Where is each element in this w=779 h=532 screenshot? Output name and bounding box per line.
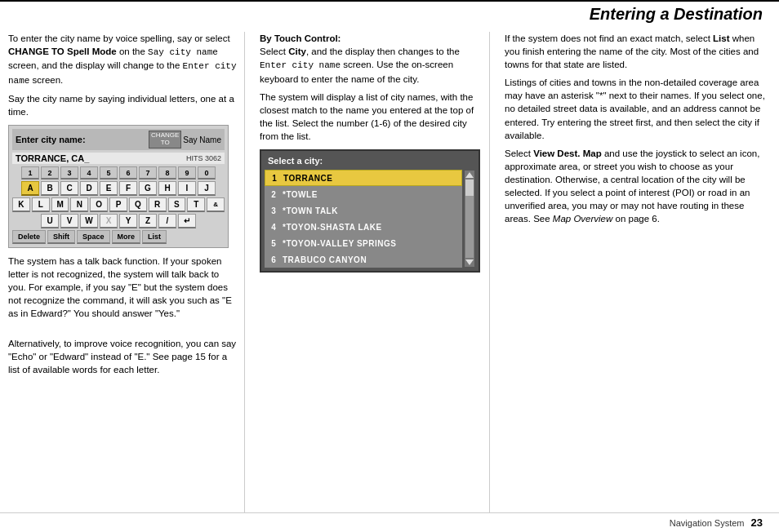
voice-paragraph: Alternatively, to improve voice recognit…: [8, 337, 238, 376]
key-c[interactable]: C: [60, 181, 78, 196]
scroll-up-arrow[interactable]: [465, 172, 474, 178]
page-container: Entering a Destination To enter the city…: [0, 0, 779, 532]
city-item-1[interactable]: 1 TORRANCE: [265, 170, 462, 186]
key-3[interactable]: 3: [60, 166, 78, 180]
key-4[interactable]: 4: [80, 166, 98, 180]
city-item-3[interactable]: 3 *TOWN TALK: [265, 202, 462, 219]
number-row: 1 2 3 4 5 6 7 8 9 0: [12, 166, 225, 180]
keyboard-hits: HITS 3062: [186, 154, 221, 162]
key-u[interactable]: U: [41, 214, 59, 228]
key-b[interactable]: B: [41, 181, 59, 196]
key-z[interactable]: Z: [139, 214, 157, 228]
key-y[interactable]: Y: [119, 214, 137, 228]
page-footer: Navigation System 23: [0, 512, 779, 532]
key-p[interactable]: P: [109, 197, 127, 212]
key-7[interactable]: 7: [139, 166, 157, 180]
city-list-items: 1 TORRANCE 2 *TOWLE 3 *TOWN TALK 4: [265, 170, 462, 268]
col-middle: By Touch Control: Select City, and the d…: [253, 32, 490, 512]
right-para2: Listings of cities and towns in the non-…: [505, 76, 771, 141]
touch-control-paragraph: By Touch Control: Select City, and the d…: [260, 32, 483, 86]
keyboard-ui: Enter city name: CHANGE TO Say Name TORR…: [8, 125, 229, 248]
city-list-ui: Select a city: 1 TORRANCE 2 *TOWLE 3: [260, 149, 480, 273]
key-q[interactable]: Q: [129, 197, 147, 212]
key-8[interactable]: 8: [158, 166, 176, 180]
keyboard-header: Enter city name: CHANGE TO Say Name: [12, 129, 225, 150]
key-enter[interactable]: ↵: [178, 214, 196, 228]
row-u-z: U V W X Y Z / ↵: [12, 214, 225, 228]
page-title: Entering a Destination: [590, 5, 763, 24]
city-list-scrollbar[interactable]: [464, 170, 475, 268]
key-w[interactable]: W: [80, 214, 98, 228]
city-list-wrapper: 1 TORRANCE 2 *TOWLE 3 *TOWN TALK 4: [265, 170, 475, 268]
keyboard-bottom-row: Delete Shift Space More List: [12, 230, 225, 244]
line2-paragraph: Say the city name by saying individual l…: [8, 92, 238, 118]
list-button[interactable]: List: [142, 230, 167, 244]
key-m[interactable]: M: [51, 197, 69, 212]
col-left: To enter the city name by voice spelling…: [8, 32, 245, 512]
key-e[interactable]: E: [100, 181, 118, 196]
change-to-button[interactable]: CHANGE TO: [149, 131, 181, 149]
city-list-header: Select a city:: [265, 154, 475, 167]
key-d[interactable]: D: [80, 181, 98, 196]
delete-button[interactable]: Delete: [12, 230, 46, 244]
key-amp[interactable]: &: [207, 197, 225, 212]
key-i[interactable]: I: [178, 181, 196, 196]
city-item-5[interactable]: 5 *TOYON-VALLEY SPRINGS: [265, 235, 462, 251]
page-header: Entering a Destination: [0, 0, 779, 25]
key-0[interactable]: 0: [198, 166, 216, 180]
footer-page-number: 23: [751, 516, 763, 529]
key-a[interactable]: A: [21, 181, 39, 196]
scroll-down-arrow[interactable]: [465, 259, 474, 265]
key-k[interactable]: K: [12, 197, 30, 212]
space-button[interactable]: Space: [77, 230, 110, 244]
key-g[interactable]: G: [139, 181, 157, 196]
key-9[interactable]: 9: [178, 166, 196, 180]
key-t[interactable]: T: [187, 197, 205, 212]
talkback-paragraph: The system has a talk back function. If …: [8, 255, 238, 320]
intro-paragraph: To enter the city name by voice spelling…: [8, 32, 238, 87]
more-button[interactable]: More: [112, 230, 141, 244]
key-slash[interactable]: /: [158, 214, 176, 228]
shift-button[interactable]: Shift: [47, 230, 75, 244]
city-item-4[interactable]: 4 *TOYON-SHASTA LAKE: [265, 219, 462, 235]
key-o[interactable]: O: [90, 197, 108, 212]
row-a-j: A B C D E F G H I J: [12, 181, 225, 196]
main-content: To enter the city name by voice spelling…: [0, 25, 779, 512]
right-para3: Select View Dest. Map and use the joysti…: [505, 147, 771, 226]
keyboard-say-name: CHANGE TO Say Name: [149, 131, 221, 149]
key-s[interactable]: S: [168, 197, 186, 212]
key-x[interactable]: X: [100, 214, 118, 228]
keyboard-input-value: TORRANCE, CA_: [16, 153, 89, 163]
key-h[interactable]: H: [158, 181, 176, 196]
say-name-label: Say Name: [183, 135, 221, 144]
key-j[interactable]: J: [198, 181, 216, 196]
key-5[interactable]: 5: [100, 166, 118, 180]
city-item-2[interactable]: 2 *TOWLE: [265, 186, 462, 202]
keyboard-input-row: TORRANCE, CA_ HITS 3062: [12, 153, 225, 164]
keyboard-title: Enter city name:: [16, 135, 86, 144]
key-v[interactable]: V: [60, 214, 78, 228]
footer-nav-system: Navigation System: [670, 518, 745, 528]
key-1[interactable]: 1: [21, 166, 39, 180]
scroll-thumb[interactable]: [465, 180, 474, 196]
right-para1: If the system does not find an exact mat…: [505, 32, 771, 71]
city-list-intro: The system will display a list of city n…: [260, 91, 483, 143]
row-k-t: K L M N O P Q R S T &: [12, 197, 225, 212]
key-n[interactable]: N: [70, 197, 88, 212]
city-item-6[interactable]: 6 TRABUCO CANYON: [265, 251, 462, 268]
key-2[interactable]: 2: [41, 166, 59, 180]
key-6[interactable]: 6: [119, 166, 137, 180]
key-f[interactable]: F: [119, 181, 137, 196]
key-r[interactable]: R: [149, 197, 167, 212]
scroll-track: [465, 180, 474, 258]
key-l[interactable]: L: [32, 197, 50, 212]
col-right: If the system does not find an exact mat…: [498, 32, 771, 512]
